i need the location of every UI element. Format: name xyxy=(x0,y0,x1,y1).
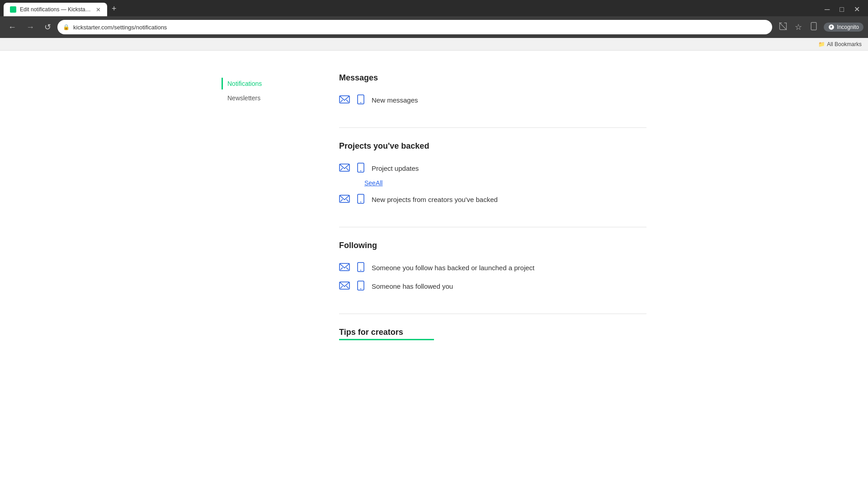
bookmark-icon[interactable]: ☆ xyxy=(793,20,804,34)
projects-backed-section: Projects you've backed xyxy=(339,141,646,209)
notification-label-new-messages: New messages xyxy=(372,96,418,104)
email-icon-new-messages[interactable] xyxy=(339,95,350,105)
incognito-label: Incognito xyxy=(837,24,859,30)
forward-button[interactable]: → xyxy=(23,21,38,34)
mobile-icon-followed-you[interactable] xyxy=(357,281,364,292)
svg-point-7 xyxy=(360,102,361,103)
url-text: kickstarter.com/settings/notifications xyxy=(73,24,167,31)
mobile-icon-new-messages[interactable] xyxy=(357,94,364,106)
divider-1 xyxy=(339,127,646,128)
notification-row-followed-you: Someone has followed you xyxy=(339,277,646,296)
notification-label-followed-you: Someone has followed you xyxy=(372,282,453,290)
sidebar-item-newsletters[interactable]: Newsletters xyxy=(222,92,312,104)
address-bar[interactable]: 🔒 kickstarter.com/settings/notifications xyxy=(57,20,772,34)
mobile-icon-new-projects[interactable] xyxy=(357,194,364,205)
svg-line-10 xyxy=(346,168,349,170)
browser-tab[interactable]: Edit notifications — Kickstarter ✕ xyxy=(4,3,107,16)
svg-line-19 xyxy=(340,267,343,270)
incognito-badge: Incognito xyxy=(824,23,863,32)
following-title: Following xyxy=(339,241,646,250)
svg-line-0 xyxy=(779,23,787,30)
tab-close-icon[interactable]: ✕ xyxy=(96,6,101,13)
svg-line-15 xyxy=(346,199,349,202)
camera-off-icon[interactable] xyxy=(777,20,789,34)
sidebar-item-notifications[interactable]: Notifications xyxy=(222,78,312,89)
tips-title: Tips for creators xyxy=(339,328,403,337)
svg-line-5 xyxy=(346,100,349,102)
see-all-link[interactable]: SeeAll xyxy=(364,179,382,187)
email-icon-follow-backed[interactable] xyxy=(339,263,350,272)
svg-line-14 xyxy=(340,199,343,202)
new-tab-button[interactable]: + xyxy=(107,2,121,15)
svg-line-9 xyxy=(340,168,343,170)
tips-section: Tips for creators xyxy=(339,328,646,340)
following-section: Following Someone y xyxy=(339,241,646,296)
notification-row-new-projects: New projects from creators you've backed xyxy=(339,190,646,209)
tab-title: Edit notifications — Kickstarter xyxy=(20,6,92,13)
svg-line-4 xyxy=(340,100,343,102)
sidebar-notifications-label: Notifications xyxy=(227,80,262,87)
bookmarks-bar: 📁 All Bookmarks xyxy=(0,38,868,51)
messages-title: Messages xyxy=(339,73,646,83)
notification-row-follow-backed: Someone you follow has backed or launche… xyxy=(339,258,646,277)
browser-tab-bar: Edit notifications — Kickstarter ✕ + ─ □… xyxy=(0,0,868,16)
browser-actions: ☆ Incognito xyxy=(777,20,863,34)
svg-point-12 xyxy=(360,170,361,171)
sidebar: Notifications Newsletters xyxy=(222,73,312,358)
divider-3 xyxy=(339,314,646,314)
svg-line-25 xyxy=(346,286,349,288)
minimize-button[interactable]: ─ xyxy=(820,5,834,14)
tips-underline xyxy=(339,339,434,340)
notification-label-new-projects: New projects from creators you've backed xyxy=(372,196,498,203)
email-icon-new-projects[interactable] xyxy=(339,195,350,204)
bookmarks-label: All Bookmarks xyxy=(827,41,862,47)
tab-favicon xyxy=(10,6,16,13)
bookmarks-folder-icon: 📁 xyxy=(818,41,825,47)
email-icon-project-updates[interactable] xyxy=(339,164,350,173)
email-icon-followed-you[interactable] xyxy=(339,282,350,291)
mobile-icon-project-updates[interactable] xyxy=(357,163,364,174)
restore-button[interactable]: □ xyxy=(835,5,849,14)
notification-label-project-updates: Project updates xyxy=(372,164,419,172)
device-icon[interactable] xyxy=(807,20,820,34)
reload-button[interactable]: ↺ xyxy=(41,20,55,34)
notification-row-project-updates: Project updates xyxy=(339,159,646,178)
svg-point-22 xyxy=(360,270,361,271)
svg-line-20 xyxy=(346,267,349,270)
close-button[interactable]: ✕ xyxy=(849,4,864,14)
notification-row-new-messages: New messages xyxy=(339,91,646,109)
divider-2 xyxy=(339,227,646,227)
back-button[interactable]: ← xyxy=(5,21,20,34)
svg-line-24 xyxy=(340,286,343,288)
notification-label-follow-backed: Someone you follow has backed or launche… xyxy=(372,264,534,272)
page-content: Notifications Newsletters Messages xyxy=(185,51,683,381)
lock-icon: 🔒 xyxy=(63,24,70,30)
svg-rect-1 xyxy=(811,23,816,30)
svg-point-27 xyxy=(360,288,361,289)
messages-section: Messages New messag xyxy=(339,73,646,109)
projects-backed-title: Projects you've backed xyxy=(339,141,646,151)
svg-point-17 xyxy=(360,202,361,202)
win-controls: ─ □ ✕ xyxy=(820,4,864,16)
main-content: Messages New messag xyxy=(312,73,646,358)
browser-toolbar: ← → ↺ 🔒 kickstarter.com/settings/notific… xyxy=(0,16,868,38)
mobile-icon-follow-backed[interactable] xyxy=(357,262,364,273)
sidebar-newsletters-label: Newsletters xyxy=(227,94,260,102)
